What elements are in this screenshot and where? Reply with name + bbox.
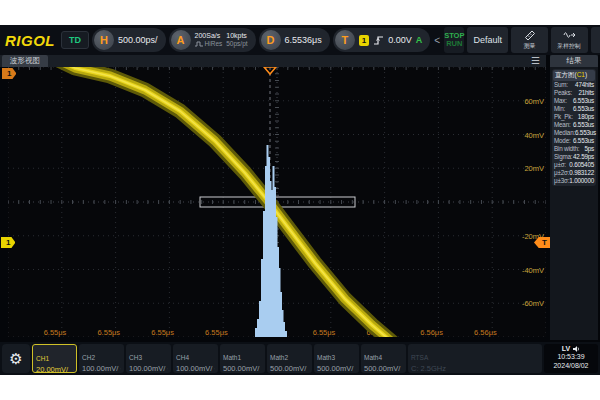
card-scale: 20.00mV/ [36, 365, 73, 373]
top-toolbar: RIGOL TD H 500.00ps/ A 200Sa/s HiRes 10k… [0, 25, 600, 55]
trigger-histogram-bar [283, 322, 285, 337]
card-name: Math1 [223, 354, 241, 361]
sample-resolution: 50ps/pt [226, 40, 247, 47]
stat-row: Sum:474hits [553, 81, 595, 89]
trigger-control[interactable]: T 1 0.00V A [333, 28, 430, 52]
histogram-panel-title: 直方图(C1) [553, 70, 595, 81]
stat-row: Mean:6.553us [553, 121, 595, 129]
histogram-stats-rows: Sum:474hitsPeaks:21hitsMax:6.553usMin:6.… [553, 81, 595, 185]
acquire-wave-icon [563, 29, 576, 41]
square-wave-icon [195, 41, 203, 47]
dc-icon [214, 365, 215, 373]
x-axis-label: 6.55μs [313, 328, 336, 337]
card-name: Math4 [364, 354, 382, 361]
delay-value: 6.5536μs [285, 35, 322, 45]
x-axis-label: 6.55μs [44, 328, 67, 337]
trigger-histogram-bar [257, 319, 259, 337]
tool-button-2[interactable]: 采样控制 [551, 27, 588, 53]
card-scale: 500.00mV/ [270, 364, 309, 373]
card-scale: 100.00mV/ [129, 364, 168, 373]
stat-row: Pk_Pk:180ps [553, 113, 595, 121]
stat-row: Peaks:21hits [553, 89, 595, 97]
trigger-source-channel: 1 [359, 35, 369, 46]
stat-row: Min:6.553us [553, 105, 595, 113]
x-axis-label: 6.56μs [474, 328, 497, 337]
clock-time: 10:53:39 [547, 353, 595, 361]
menu-icon[interactable]: ☰ [531, 55, 540, 67]
channel-card-ch1[interactable]: CH120.00mV/0.00V [32, 344, 77, 373]
default-button[interactable]: Default [467, 27, 508, 53]
results-header[interactable]: 结果 [550, 55, 598, 67]
x-axis-label: 6.56μs [420, 328, 443, 337]
stat-row: Mode:6.553us [553, 137, 595, 145]
trigger-histogram-bar [255, 328, 257, 337]
channel-card-rtsa[interactable]: RTSAC: 2.5GHzS: 5GHz [408, 344, 542, 373]
trigger-level-value: 0.00V [388, 35, 412, 45]
d-icon: D [261, 30, 281, 50]
stat-row: μ±3σ:1.000000 [553, 177, 595, 185]
x-axis-label: 6.55μs [97, 328, 120, 337]
trigger-sweep-mode: A [416, 35, 423, 45]
ruler-icon [523, 29, 536, 41]
histogram-stats-panel[interactable]: 直方图(C1) Sum:474hitsPeaks:21hitsMax:6.553… [552, 69, 596, 186]
oscilloscope-screen: RIGOL TD H 500.00ps/ A 200Sa/s HiRes 10k… [0, 25, 600, 375]
view-tab-row: 波形视图 ☰ [0, 55, 546, 67]
mode-badge[interactable]: TD [61, 31, 89, 49]
card-scale: C: 2.5GHz [411, 364, 539, 373]
card-scale: 100.00mV/ [176, 364, 215, 373]
channel-status-bar: ⚙ CH120.00mV/0.00VCH2100.00mV/0.00VCH310… [0, 342, 600, 375]
y-axis-label: 20mV [524, 164, 544, 173]
screenshot-stage: RIGOL TD H 500.00ps/ A 200Sa/s HiRes 10k… [0, 0, 600, 400]
channel-card-math2[interactable]: Math2500.00mV/CH1+CH1 [267, 344, 312, 373]
stat-row: Max:6.553us [553, 97, 595, 105]
horizontal-scale-value: 500.00ps/ [118, 35, 158, 45]
tool-button-1[interactable]: 测量 [511, 27, 548, 53]
horizontal-scale-control[interactable]: H 500.00ps/ [92, 28, 166, 52]
card-name: RTSA [411, 354, 428, 361]
memory-depth: 10kpts [226, 32, 247, 40]
acquire-control[interactable]: A 200Sa/s HiRes 10kpts 50ps/pt [169, 28, 256, 52]
channel-card-ch3[interactable]: CH3100.00mV/0.00V [126, 344, 171, 373]
channel-cards: CH120.00mV/0.00VCH2100.00mV/0.00VCH3100.… [32, 344, 542, 373]
card-scale: 100.00mV/ [82, 364, 121, 373]
tool-label: 测量 [524, 42, 536, 50]
channel-card-math4[interactable]: Math4500.00mV/CH1+CH1 [361, 344, 406, 373]
channel-card-math3[interactable]: Math3500.00mV/CH1+CH1 [314, 344, 359, 373]
sample-rate: 200Sa/s [195, 32, 223, 40]
status-text: LV [562, 345, 570, 353]
x-axis-label: 6.55μs [151, 328, 174, 337]
dc-icon [167, 365, 168, 373]
delay-control[interactable]: D 6.5536μs [259, 28, 330, 52]
settings-button[interactable]: ⚙ [2, 344, 30, 373]
speaker-icon [572, 345, 580, 353]
run-stop-button[interactable]: STOP RUN [444, 27, 464, 53]
a-icon: A [171, 30, 191, 50]
trigger-histogram-bar [263, 211, 265, 337]
tool-button-3[interactable]: 多窗口 [591, 27, 600, 53]
x-axis-label: 6.55μs [205, 328, 228, 337]
stat-row: μ±2σ:0.983122 [553, 169, 595, 177]
stat-row: μ±σ:0.605405 [553, 161, 595, 169]
stat-row: Bin width:5ps [553, 145, 595, 153]
y-axis-label: -60mV [522, 299, 544, 308]
y-axis-label: -40mV [522, 266, 544, 275]
card-name: CH1 [36, 355, 49, 362]
card-name: Math2 [270, 354, 288, 361]
h-icon: H [94, 30, 114, 50]
t-icon: T [335, 30, 355, 50]
chevron-left-icon[interactable]: < [433, 35, 441, 46]
clock-panel[interactable]: LV 10:53:39 2024/08/02 [544, 344, 598, 373]
waveform-display-area[interactable]: 6.55μs6.55μs6.55μs6.55μs6.55μs6.55μs6.55… [8, 67, 546, 337]
waveform-view-tab[interactable]: 波形视图 [2, 55, 48, 67]
channel-card-math1[interactable]: Math1500.00mV/CH1+CH1 [220, 344, 265, 373]
trigger-histogram-bar [259, 301, 261, 337]
card-name: CH3 [129, 354, 142, 361]
channel-card-ch2[interactable]: CH2100.00mV/0.00V [79, 344, 124, 373]
y-axis-label: 40mV [524, 131, 544, 140]
gear-icon: ⚙ [9, 350, 22, 368]
rigol-logo: RIGOL [2, 32, 58, 49]
tool-label: 采样控制 [558, 42, 581, 50]
card-name: CH4 [176, 354, 189, 361]
trigger-histogram-bar [261, 259, 263, 337]
channel-card-ch4[interactable]: CH4100.00mV/0.00V [173, 344, 218, 373]
